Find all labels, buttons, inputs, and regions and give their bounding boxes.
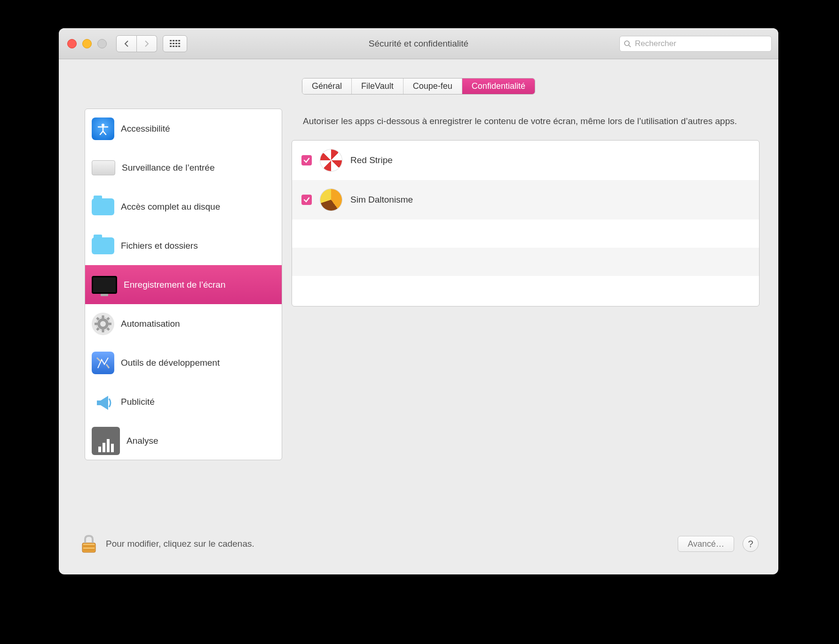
sidebar-item-label: Enregistrement de l’écran xyxy=(124,280,226,290)
tab-privacy[interactable]: Confidentialité xyxy=(462,79,535,94)
sidebar-item-advertising[interactable]: Publicité xyxy=(85,382,282,421)
chevron-left-icon xyxy=(124,40,129,47)
titlebar: Sécurité et confidentialité xyxy=(59,28,778,59)
footer: Pour modifier, cliquez sur le cadenas. A… xyxy=(59,513,778,574)
lock-text: Pour modifier, cliquez sur le cadenas. xyxy=(106,539,254,549)
megaphone-icon xyxy=(92,391,114,413)
tab-bar: Général FileVault Coupe-feu Confidential… xyxy=(59,78,778,94)
svg-point-3 xyxy=(99,320,107,328)
svg-point-0 xyxy=(625,41,629,46)
app-checkbox[interactable] xyxy=(301,195,312,205)
sidebar-item-screen-recording[interactable]: Enregistrement de l’écran xyxy=(85,265,282,304)
svg-line-10 xyxy=(97,328,99,330)
close-window-button[interactable] xyxy=(67,39,77,48)
traffic-lights xyxy=(67,39,107,48)
keyboard-icon xyxy=(92,160,115,175)
tabs: Général FileVault Coupe-feu Confidential… xyxy=(302,78,535,94)
sidebar-item-label: Fichiers et dossiers xyxy=(121,241,198,251)
check-icon xyxy=(303,196,310,203)
chevron-right-icon xyxy=(144,40,150,47)
svg-line-9 xyxy=(107,328,109,330)
svg-line-1 xyxy=(629,45,631,47)
empty-row xyxy=(292,248,759,276)
accessibility-icon xyxy=(92,118,114,140)
sidebar-item-accessibility[interactable]: Accessibilité xyxy=(85,109,282,148)
app-label: Sim Daltonisme xyxy=(350,195,413,205)
svg-line-11 xyxy=(107,318,109,320)
tab-filevault[interactable]: FileVault xyxy=(352,79,404,94)
gear-icon xyxy=(92,313,114,335)
sidebar-item-label: Accessibilité xyxy=(121,124,170,134)
sidebar-item-full-disk-access[interactable]: Accès complet au disque xyxy=(85,187,282,226)
svg-rect-13 xyxy=(83,544,95,545)
sidebar-item-label: Analyse xyxy=(127,436,158,446)
minimize-window-button[interactable] xyxy=(82,39,92,48)
sidebar-item-label: Accès complet au disque xyxy=(121,202,220,212)
search-input[interactable] xyxy=(619,36,772,52)
back-button[interactable] xyxy=(116,35,137,52)
folder-icon xyxy=(92,198,114,215)
sidebar-item-input-monitoring[interactable]: Surveillance de l’entrée xyxy=(85,148,282,187)
svg-rect-15 xyxy=(83,548,95,549)
empty-row xyxy=(292,220,759,248)
sidebar-item-files-folders[interactable]: Fichiers et dossiers xyxy=(85,226,282,265)
content: Accessibilité Surveillance de l’entrée A… xyxy=(59,94,778,474)
search-wrap xyxy=(619,36,772,52)
help-button[interactable]: ? xyxy=(743,536,759,552)
privacy-pane: Autoriser les apps ci-dessous à enregist… xyxy=(292,109,760,460)
sidebar-item-developer-tools[interactable]: Outils de développement xyxy=(85,343,282,382)
app-checkbox[interactable] xyxy=(301,155,312,165)
question-mark-icon: ? xyxy=(748,539,753,550)
sidebar-item-label: Surveillance de l’entrée xyxy=(122,163,215,173)
fullscreen-window-button xyxy=(97,39,107,48)
developer-tools-icon xyxy=(92,352,114,374)
analytics-icon xyxy=(92,427,120,455)
sidebar-item-label: Publicité xyxy=(121,397,155,407)
search-icon xyxy=(624,40,631,47)
sidebar-item-label: Outils de développement xyxy=(121,358,220,368)
tab-firewall[interactable]: Coupe-feu xyxy=(404,79,462,94)
svg-line-8 xyxy=(97,318,99,320)
tab-general[interactable]: Général xyxy=(302,79,352,94)
forward-button[interactable] xyxy=(137,35,157,52)
check-icon xyxy=(303,157,310,164)
app-row[interactable]: Red Stripe xyxy=(292,141,759,180)
sidebar-item-automation[interactable]: Automatisation xyxy=(85,304,282,343)
advanced-button[interactable]: Avancé… xyxy=(678,536,734,552)
monitor-icon xyxy=(92,276,117,294)
folder-icon xyxy=(92,237,114,254)
lock-icon[interactable] xyxy=(79,534,99,554)
sidebar-item-label: Automatisation xyxy=(121,319,180,329)
preferences-window: Sécurité et confidentialité Général File… xyxy=(59,28,778,574)
sidebar-item-analytics[interactable]: Analyse xyxy=(85,421,282,460)
app-row[interactable]: Sim Daltonisme xyxy=(292,180,759,220)
nav-buttons xyxy=(116,35,157,52)
app-label: Red Stripe xyxy=(350,155,393,165)
grid-icon xyxy=(170,40,180,47)
show-all-button[interactable] xyxy=(163,35,187,52)
app-list[interactable]: Red Stripe Sim Daltonisme xyxy=(292,140,760,306)
app-icon xyxy=(320,189,342,211)
empty-row xyxy=(292,276,759,304)
svg-rect-16 xyxy=(83,550,95,550)
pane-description: Autoriser les apps ci-dessous à enregist… xyxy=(303,115,758,128)
svg-rect-14 xyxy=(83,546,95,547)
svg-point-2 xyxy=(102,124,104,126)
app-icon xyxy=(320,149,342,171)
privacy-sidebar[interactable]: Accessibilité Surveillance de l’entrée A… xyxy=(85,109,282,460)
